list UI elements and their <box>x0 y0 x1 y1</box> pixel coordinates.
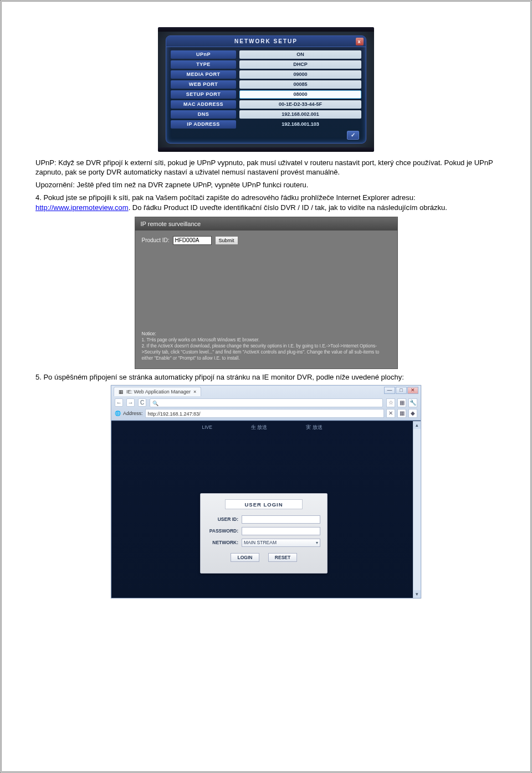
paragraph-upnp-desc: UPnP: Když se DVR připojí k externí síti… <box>35 158 497 177</box>
scroll-up-icon[interactable]: ▴ <box>413 421 421 429</box>
notice-line-2: 2. If the ActiveX doesn't download, plea… <box>142 343 391 361</box>
tab-close-icon[interactable]: × <box>193 389 196 395</box>
globe-icon: 🌐 <box>115 411 121 416</box>
row-label-setupport: SETUP PORT <box>171 90 236 99</box>
row-label-dns: DNS <box>171 110 236 119</box>
toolbar-icon-3[interactable]: ◆ <box>408 409 417 418</box>
scrollbar[interactable]: ▴ ▾ <box>413 421 421 598</box>
nav-forward-icon[interactable]: → <box>126 398 135 407</box>
paragraph-warning: Upozornění: Ještě před tím než na DVR za… <box>35 180 497 190</box>
body-tab-live[interactable]: LIVE <box>202 424 212 431</box>
nav-reload-icon[interactable]: C <box>138 398 146 407</box>
user-id-label: USER ID: <box>207 516 238 522</box>
login-title: USER LOGIN <box>225 499 303 509</box>
user-id-input[interactable] <box>242 515 320 524</box>
notice-heading: Notice: <box>142 331 391 337</box>
address-input[interactable]: http://192.168.1.247:83/ <box>145 409 384 418</box>
browser-tab[interactable]: ▦ IE: Web Application Manager × <box>114 387 201 396</box>
ipremoteview-link[interactable]: http://www.ipremoteview.com <box>35 203 129 212</box>
submit-button[interactable]: Submit <box>215 236 238 245</box>
row-label-upnp: UPnP <box>171 50 236 59</box>
login-dialog: USER LOGIN USER ID: PASSWORD: NETWORK: M… <box>200 493 328 574</box>
ie-browser-window: — □ ✕ ▦ IE: Web Application Manager × ← … <box>111 385 421 598</box>
password-input[interactable] <box>242 527 320 535</box>
row-value-webport[interactable]: 00085 <box>239 80 361 89</box>
row-label-mac: MAC ADDRESS <box>171 100 236 109</box>
omnibox-input[interactable]: 🔍 <box>150 398 383 407</box>
browser-tab-title: IE: Web Application Manager <box>126 389 191 395</box>
row-label-type: TYPE <box>171 60 236 69</box>
body-tab-2[interactable]: 生 放送 <box>251 424 267 431</box>
row-value-mediaport[interactable]: 09000 <box>239 70 361 79</box>
row-label-mediaport: MEDIA PORT <box>171 70 236 79</box>
network-setup-dialog: NETWORK SETUP x UPnPON TYPEDHCP MEDIA PO… <box>166 35 366 144</box>
nav-back-icon[interactable]: ← <box>115 398 123 407</box>
close-icon[interactable]: x <box>356 38 364 45</box>
wrench-icon[interactable]: 🔧 <box>408 398 417 407</box>
step4-text-post: . Do řádku Product ID uveďte identifikač… <box>129 203 447 212</box>
toolbar-icon-1[interactable]: ✕ <box>386 409 395 418</box>
reset-button[interactable]: RESET <box>268 553 297 562</box>
login-button[interactable]: LOGIN <box>231 553 259 562</box>
row-value-dns[interactable]: 192.168.002.001 <box>239 110 361 119</box>
network-setup-photo: NETWORK SETUP x UPnPON TYPEDHCP MEDIA PO… <box>158 27 374 152</box>
window-close-icon[interactable]: ✕ <box>407 387 418 394</box>
window-maximize-icon[interactable]: □ <box>396 387 407 394</box>
search-icon: 🔍 <box>150 401 158 406</box>
scroll-down-icon[interactable]: ▾ <box>413 590 421 598</box>
page-icon: ▦ <box>119 389 124 395</box>
row-value-type[interactable]: DHCP <box>239 60 361 69</box>
dialog-title: NETWORK SETUP <box>234 38 298 44</box>
row-value-upnp[interactable]: ON <box>239 50 361 59</box>
password-label: PASSWORD: <box>207 528 238 534</box>
ok-button[interactable]: ✓ <box>347 131 359 140</box>
row-value-mac: 00-1E-D2-33-44-5F <box>239 100 361 109</box>
network-select[interactable]: MAIN STREAM <box>242 539 320 547</box>
row-value-ip: 192.168.001.103 <box>239 120 361 129</box>
panel-titlebar: IP remote surveillance <box>135 217 397 231</box>
product-id-input[interactable] <box>173 236 212 245</box>
paragraph-step4: 4. Pokud jste se připojili k síti, pak n… <box>35 193 497 212</box>
row-value-setupport[interactable]: 08000 <box>239 90 361 99</box>
product-id-label: Product ID: <box>142 237 170 243</box>
network-label: NETWORK: <box>207 540 238 545</box>
star-icon[interactable]: ☆ <box>386 398 395 407</box>
dialog-titlebar: NETWORK SETUP x <box>166 36 366 47</box>
row-label-ip: IP ADDRESS <box>171 120 236 129</box>
notice-block: Notice: 1. THis page only works on Micro… <box>142 328 391 363</box>
step4-text-pre: 4. Pokud jste se připojili k síti, pak n… <box>35 193 416 202</box>
body-tab-3[interactable]: 実 放送 <box>306 424 322 431</box>
notice-line-1: 1. THis page only works on Microsoft Win… <box>142 337 391 343</box>
row-label-webport: WEB PORT <box>171 80 236 89</box>
plugin-icon[interactable]: ▦ <box>397 398 406 407</box>
ip-remote-surveillance-panel: IP remote surveillance Product ID: Submi… <box>135 217 398 369</box>
paragraph-step5: 5. Po úspěšném připojení se stránka auto… <box>35 372 497 382</box>
toolbar-icon-2[interactable]: ▦ <box>397 409 406 418</box>
window-minimize-icon[interactable]: — <box>384 387 395 394</box>
address-label: Address: <box>123 411 143 416</box>
